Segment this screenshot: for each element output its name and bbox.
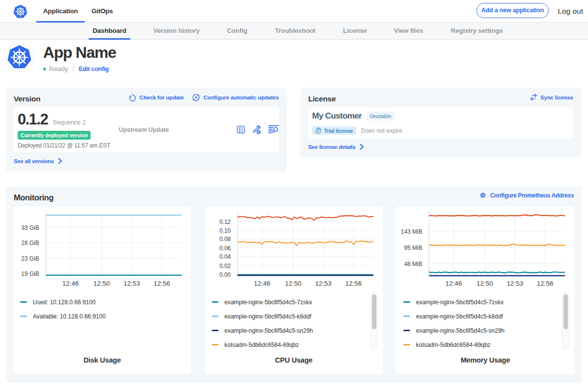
svg-text:48 MiB: 48 MiB: [404, 261, 422, 268]
svg-text:28 GiB: 28 GiB: [21, 240, 39, 246]
svg-text:19 GiB: 19 GiB: [21, 270, 39, 277]
svg-text:0.00: 0.00: [220, 271, 231, 278]
svg-text:95 MiB: 95 MiB: [404, 244, 422, 251]
svg-text:0.04: 0.04: [220, 253, 231, 260]
svg-text:12:50: 12:50: [94, 280, 110, 287]
svg-text:12:46: 12:46: [445, 280, 462, 287]
svg-text:12:53: 12:53: [315, 280, 332, 287]
svg-text:0.10: 0.10: [220, 227, 231, 234]
svg-text:12:56: 12:56: [345, 280, 362, 287]
svg-text:12:53: 12:53: [123, 280, 140, 287]
svg-text:12:53: 12:53: [507, 280, 523, 287]
svg-text:12:56: 12:56: [154, 280, 171, 287]
svg-text:23 GiB: 23 GiB: [21, 255, 39, 262]
svg-text:0.06: 0.06: [220, 245, 231, 252]
svg-text:143 MiB: 143 MiB: [401, 228, 422, 235]
svg-text:12:50: 12:50: [477, 280, 493, 287]
svg-text:12:46: 12:46: [62, 280, 79, 287]
svg-text:12:50: 12:50: [285, 280, 302, 287]
svg-text:0.12: 0.12: [220, 219, 231, 225]
svg-text:12:46: 12:46: [254, 280, 270, 287]
svg-text:33 GiB: 33 GiB: [21, 224, 39, 231]
svg-text:12:56: 12:56: [537, 280, 554, 287]
svg-text:0.08: 0.08: [220, 236, 231, 243]
svg-text:0.02: 0.02: [220, 263, 231, 269]
